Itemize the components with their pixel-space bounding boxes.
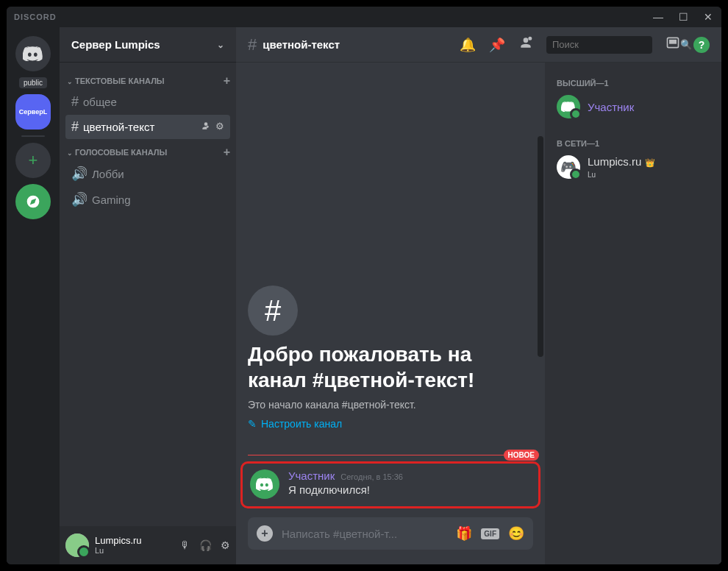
add-server-button[interactable]: + [15, 143, 51, 178]
member-item[interactable]: 🎮 Lumpics.ru 👑 Lu [551, 152, 715, 182]
user-info[interactable]: Lumpics.ru Lu [95, 535, 174, 556]
members-icon[interactable] [518, 35, 533, 54]
speaker-icon: 🔊 [71, 191, 88, 208]
add-channel-button[interactable]: + [224, 74, 230, 88]
inbox-icon[interactable] [665, 35, 680, 54]
member-item[interactable]: Участник [551, 92, 715, 121]
search-box[interactable]: 🔍 [546, 36, 652, 54]
home-button[interactable] [15, 36, 51, 71]
user-name: Lumpics.ru [95, 535, 174, 547]
member-avatar: 🎮 [557, 155, 580, 179]
user-avatar[interactable] [65, 533, 89, 557]
mute-button[interactable]: 🎙 [180, 539, 190, 551]
search-icon: 🔍 [680, 39, 692, 50]
pin-icon[interactable]: 📌 [489, 37, 505, 53]
explore-button[interactable] [15, 184, 51, 219]
message-input[interactable] [282, 528, 447, 540]
message-timestamp: Сегодня, в 15:36 [340, 472, 403, 481]
notifications-icon[interactable]: 🔔 [460, 37, 476, 53]
gear-icon[interactable]: ⚙ [215, 121, 224, 133]
message-compose: + 🎁 GIF 😊 [248, 517, 533, 550]
hash-icon: # [248, 35, 257, 54]
hash-icon: # [71, 119, 79, 135]
channel-title: цветной-текст [263, 38, 340, 51]
channel-label: Лобби [92, 168, 124, 180]
server-separator [21, 135, 45, 137]
message-avatar[interactable] [250, 469, 279, 499]
highlighted-message: Участник Сегодня, в 15:36 Я подключился! [240, 461, 540, 508]
channel-label: цветной-текст [83, 121, 154, 133]
invite-icon[interactable] [201, 121, 211, 133]
add-channel-button[interactable]: + [224, 146, 230, 159]
welcome-title: Добро пожаловать на канал #цветной-текст… [248, 341, 533, 393]
scrollbar[interactable] [538, 136, 543, 357]
help-icon[interactable]: ? [693, 37, 710, 53]
text-channels-category[interactable]: ⌄ ТЕКСТОВЫЕ КАНАЛЫ + [60, 68, 236, 89]
voice-channel-gaming[interactable]: 🔊 Gaming [65, 187, 230, 212]
member-avatar [557, 95, 580, 118]
owner-crown-icon: 👑 [645, 158, 655, 167]
channel-label: Gaming [92, 194, 131, 206]
speaker-icon: 🔊 [71, 166, 88, 182]
server-folder[interactable]: public [19, 77, 47, 88]
channel-label: общее [83, 96, 117, 108]
channel-welcome: # Добро пожаловать на канал #цветной-тек… [248, 286, 533, 430]
server-header[interactable]: Сервер Lumpics ⌄ [60, 27, 236, 63]
server-name: Сервер Lumpics [71, 38, 160, 51]
gift-button[interactable]: 🎁 [456, 525, 472, 542]
server-selected[interactable]: СерверL [15, 94, 51, 130]
voice-channel-lobby[interactable]: 🔊 Лобби [65, 161, 230, 186]
welcome-subtitle: Это начало канала #цветной-текст. [248, 399, 533, 411]
channel-general[interactable]: # общее [65, 90, 230, 114]
channel-colored-text[interactable]: # цветной-текст ⚙ [65, 115, 230, 139]
minimize-button[interactable]: — [652, 11, 664, 23]
hash-icon: # [71, 94, 79, 110]
member-group-online: В СЕТИ—1 [551, 135, 715, 152]
attach-button[interactable]: + [257, 525, 273, 542]
emoji-button[interactable]: 😊 [508, 525, 524, 542]
messages-area: # Добро пожаловать на канал #цветной-тек… [236, 63, 545, 564]
message-text: Я подключился! [288, 483, 531, 496]
chat-header: # цветной-текст 🔔 📌 🔍 ? [236, 27, 721, 63]
chevron-down-icon: ⌄ [217, 40, 224, 50]
new-badge: НОВОЕ [504, 450, 539, 461]
members-sidebar: ВЫСШИЙ—1 Участник В СЕТИ—1 🎮 Lumpics.ru … [545, 63, 721, 564]
svg-rect-1 [669, 40, 677, 44]
maximize-button[interactable]: ☐ [677, 11, 689, 23]
configure-channel-link[interactable]: ✎ Настроить канал [248, 418, 533, 430]
gif-button[interactable]: GIF [481, 528, 499, 539]
new-messages-divider: НОВОЕ [248, 455, 533, 455]
deafen-button[interactable]: 🎧 [199, 539, 212, 551]
titlebar: DISCORD — ☐ ✕ [7, 7, 721, 27]
user-status: Lu [95, 546, 174, 556]
user-panel: Lumpics.ru Lu 🎙 🎧 ⚙ [60, 526, 236, 564]
member-name: Lumpics.ru 👑 Lu [588, 155, 655, 179]
member-name: Участник [588, 101, 634, 113]
close-button[interactable]: ✕ [702, 11, 714, 23]
message-author[interactable]: Участник [288, 469, 335, 482]
app-title: DISCORD [14, 13, 57, 21]
channel-sidebar: Сервер Lumpics ⌄ ⌄ ТЕКСТОВЫЕ КАНАЛЫ + # … [60, 27, 236, 564]
message[interactable]: Участник Сегодня, в 15:36 Я подключился! [250, 469, 531, 499]
search-input[interactable] [552, 39, 676, 50]
settings-button[interactable]: ⚙ [221, 539, 230, 551]
chat-area: # цветной-текст 🔔 📌 🔍 ? [236, 27, 721, 564]
member-group-top: ВЫСШИЙ—1 [551, 74, 715, 92]
server-list: public СерверL + [7, 27, 60, 564]
pencil-icon: ✎ [248, 418, 257, 430]
hash-icon: # [248, 286, 298, 336]
voice-channels-category[interactable]: ⌄ ГОЛОСОВЫЕ КАНАЛЫ + [60, 140, 236, 160]
